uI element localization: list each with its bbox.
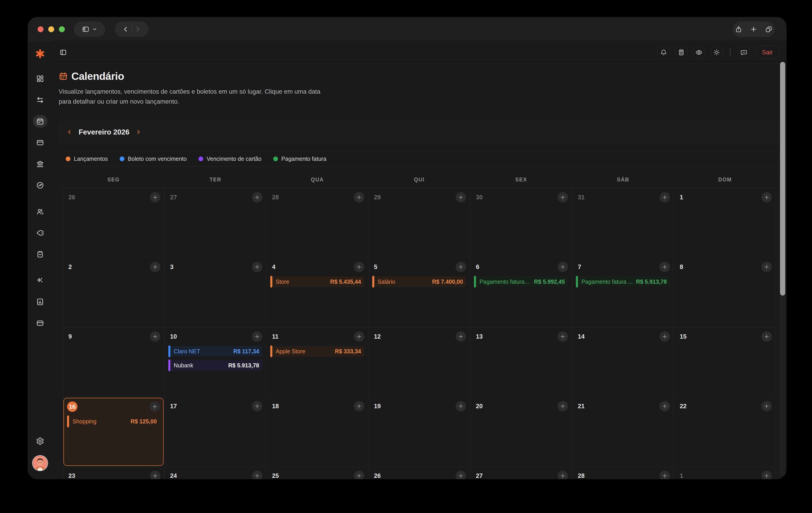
calendar-cell-day-17[interactable]: 17: [165, 397, 266, 467]
add-event-button[interactable]: [150, 470, 161, 479]
sidebar-item-accounts[interactable]: [33, 317, 47, 329]
calculator-button[interactable]: [675, 46, 688, 59]
zoom-window-button[interactable]: [59, 26, 65, 32]
add-event-button[interactable]: [761, 470, 772, 479]
add-event-button[interactable]: [557, 262, 568, 272]
add-event-button[interactable]: [456, 262, 466, 272]
calendar-cell-day-8[interactable]: 8: [674, 258, 776, 327]
theme-toggle-button[interactable]: [710, 46, 723, 59]
calendar-cell-day-29[interactable]: 29: [368, 188, 470, 258]
new-tab-icon[interactable]: [750, 26, 757, 33]
back-button[interactable]: [122, 26, 129, 33]
calendar-event[interactable]: NubankR$ 5.913,78: [168, 359, 262, 371]
sidebar-item-transactions[interactable]: [33, 94, 47, 106]
add-event-button[interactable]: [456, 470, 466, 479]
tab-overview-icon[interactable]: [765, 25, 773, 33]
calendar-cell-day-25[interactable]: 25: [266, 467, 368, 479]
sidebar-item-investments[interactable]: [33, 179, 47, 192]
calendar-cell-day-19[interactable]: 19: [368, 397, 470, 467]
sidebar-item-reports[interactable]: [33, 296, 47, 308]
add-event-button[interactable]: [354, 192, 364, 202]
calendar-event[interactable]: Apple StoreR$ 333,34: [270, 345, 364, 357]
add-event-button[interactable]: [660, 470, 670, 479]
feedback-button[interactable]: [737, 46, 750, 59]
next-month-button[interactable]: [135, 129, 142, 135]
add-event-button[interactable]: [557, 192, 568, 202]
calendar-cell-day-3[interactable]: 3: [165, 258, 266, 327]
add-event-button[interactable]: [761, 401, 772, 411]
calendar-event[interactable]: Pagamento fatura ...R$ 5.913,78: [576, 276, 670, 288]
calendar-event[interactable]: Claro NETR$ 117,34: [168, 345, 262, 357]
logout-button[interactable]: Sair: [755, 46, 780, 59]
privacy-eye-button[interactable]: [692, 46, 705, 59]
add-event-button[interactable]: [150, 331, 161, 342]
forward-button[interactable]: [134, 26, 141, 33]
calendar-cell-day-26[interactable]: 26: [62, 188, 165, 258]
calendar-event[interactable]: SalárioR$ 7.400,00: [372, 276, 466, 288]
share-icon[interactable]: [735, 26, 742, 33]
sidebar-item-dashboard[interactable]: [33, 72, 47, 85]
calendar-cell-day-23[interactable]: 23: [62, 467, 165, 479]
calendar-cell-day-24[interactable]: 24: [165, 467, 266, 479]
add-event-button[interactable]: [660, 401, 670, 411]
calendar-cell-day-20[interactable]: 20: [470, 397, 572, 467]
add-event-button[interactable]: [557, 470, 568, 479]
calendar-cell-day-13[interactable]: 13: [470, 327, 572, 397]
calendar-event[interactable]: Pagamento fatura...R$ 5.992,45: [474, 276, 568, 288]
add-event-button[interactable]: [557, 401, 568, 411]
sidebar-item-calendar[interactable]: [33, 115, 47, 128]
calendar-cell-day-1[interactable]: 1: [674, 467, 776, 479]
calendar-cell-day-9[interactable]: 9: [62, 327, 165, 397]
add-event-button[interactable]: [660, 192, 670, 202]
calendar-cell-day-12[interactable]: 12: [368, 327, 470, 397]
add-event-button[interactable]: [252, 401, 262, 411]
add-event-button[interactable]: [354, 331, 364, 342]
calendar-cell-day-11[interactable]: 11Apple StoreR$ 333,34: [266, 327, 368, 397]
add-event-button[interactable]: [456, 331, 466, 342]
sidebar-item-planner[interactable]: [33, 248, 47, 261]
calendar-cell-day-5[interactable]: 5SalárioR$ 7.400,00: [368, 258, 470, 327]
calendar-cell-day-28[interactable]: 28: [266, 188, 368, 258]
close-window-button[interactable]: [38, 26, 44, 32]
sidebar-item-cards[interactable]: [33, 136, 47, 149]
calendar-event[interactable]: ShoppingR$ 125,00: [67, 415, 160, 427]
add-event-button[interactable]: [660, 262, 670, 272]
browser-sidebar-toggle[interactable]: [74, 22, 105, 37]
calendar-cell-day-10[interactable]: 10Claro NETR$ 117,34NubankR$ 5.913,78: [165, 327, 266, 397]
add-event-button[interactable]: [456, 401, 466, 411]
scrollbar-thumb[interactable]: [780, 62, 785, 296]
add-event-button[interactable]: [354, 401, 364, 411]
add-event-button[interactable]: [252, 470, 262, 479]
sidebar-item-tags[interactable]: [33, 226, 47, 239]
settings-gear-icon[interactable]: [33, 435, 47, 448]
add-event-button[interactable]: [354, 262, 364, 272]
add-event-button[interactable]: [761, 262, 772, 272]
calendar-cell-day-1[interactable]: 1: [674, 188, 776, 258]
calendar-cell-day-16[interactable]: 16ShoppingR$ 125,00: [62, 397, 165, 467]
add-event-button[interactable]: [456, 192, 466, 202]
sidebar-item-bank[interactable]: [33, 158, 47, 170]
minimize-window-button[interactable]: [48, 26, 54, 32]
calendar-cell-day-26[interactable]: 26: [368, 467, 470, 479]
calendar-cell-day-31[interactable]: 31: [572, 188, 674, 258]
add-event-button[interactable]: [354, 470, 364, 479]
notifications-button[interactable]: [657, 46, 670, 59]
add-event-button[interactable]: [252, 331, 262, 342]
calendar-cell-day-28[interactable]: 28: [572, 467, 674, 479]
add-event-button[interactable]: [149, 401, 160, 412]
calendar-cell-day-30[interactable]: 30: [470, 188, 572, 258]
add-event-button[interactable]: [761, 192, 772, 202]
panel-collapse-icon[interactable]: [60, 49, 67, 56]
calendar-cell-day-2[interactable]: 2: [62, 258, 165, 327]
calendar-cell-day-18[interactable]: 18: [266, 397, 368, 467]
calendar-cell-day-27[interactable]: 27: [470, 467, 572, 479]
calendar-cell-day-22[interactable]: 22: [674, 397, 776, 467]
add-event-button[interactable]: [660, 331, 670, 342]
sidebar-item-contacts[interactable]: [33, 205, 47, 218]
calendar-cell-day-15[interactable]: 15: [674, 327, 776, 397]
previous-month-button[interactable]: [66, 129, 73, 135]
app-logo-icon[interactable]: [35, 49, 45, 59]
calendar-cell-day-27[interactable]: 27: [165, 188, 266, 258]
calendar-cell-day-14[interactable]: 14: [572, 327, 674, 397]
calendar-cell-day-7[interactable]: 7Pagamento fatura ...R$ 5.913,78: [572, 258, 674, 327]
